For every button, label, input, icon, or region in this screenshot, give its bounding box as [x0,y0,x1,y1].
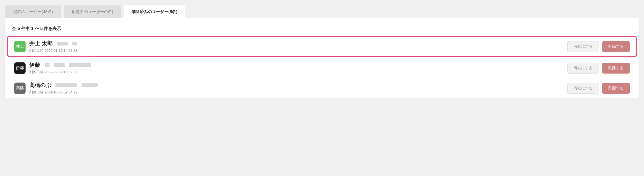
delete-button[interactable]: 削除する [602,63,630,74]
user-info: 伊藤 削除日時 2022-02-08 10:59:50 [29,61,564,75]
deleted-at: 削除日時 2022-02-08 10:59:50 [29,70,564,75]
user-name: 高橋のぶ [29,81,51,89]
delete-button[interactable]: 削除する [602,83,630,94]
redacted-text [57,42,68,45]
row-actions: 有効にする 削除する [567,83,630,94]
user-row: 高橋 高橋のぶ 削除日時 2021-10-05 09:54:22 有効にする 削… [12,78,632,98]
deleted-at: 削除日時 2024-01-16 14:52:23 [29,48,564,53]
user-info: 井上 太郎 削除日時 2024-01-16 14:52:23 [29,40,564,53]
row-actions: 有効にする 削除する [567,63,630,74]
user-management-panel: 現在のユーザー(48名) 招待中のユーザー(0名) 削除済みのユーザー(5名) … [5,5,639,98]
avatar: 井上 [14,41,26,52]
user-name: 伊藤 [29,61,40,69]
user-row: 伊藤 伊藤 削除日時 2022-02-08 10:59:50 有効にする [12,58,632,78]
enable-button[interactable]: 有効にする [567,41,599,52]
tab-invited-users[interactable]: 招待中のユーザー(0名) [64,5,121,18]
avatar: 伊藤 [14,62,26,74]
user-name: 井上 太郎 [29,40,53,47]
enable-button[interactable]: 有効にする [567,63,599,74]
deleted-at-label: 削除日時 [29,48,44,53]
deleted-at: 削除日時 2021-10-05 09:54:22 [29,90,564,95]
redacted-text [54,63,65,67]
enable-button[interactable]: 有効にする [567,83,599,94]
tab-bar: 現在のユーザー(48名) 招待中のユーザー(0名) 削除済みのユーザー(5名) [5,5,639,18]
deleted-at-value: 2022-02-08 10:59:50 [45,70,78,74]
user-name-line: 井上 太郎 [29,40,564,47]
results-summary: 全 5 件中 1 〜 5 件を表示 [12,24,632,37]
tab-current-users[interactable]: 現在のユーザー(48名) [5,5,61,18]
user-info: 高橋のぶ 削除日時 2021-10-05 09:54:22 [29,81,564,95]
delete-button[interactable]: 削除する [602,41,630,52]
redacted-text [69,63,91,67]
deleted-at-value: 2024-01-16 14:52:23 [45,48,78,53]
tab-deleted-users[interactable]: 削除済みのユーザー(5名) [124,5,185,18]
deleted-at-label: 削除日時 [29,70,44,74]
tab-content: 全 5 件中 1 〜 5 件を表示 井上 井上 太郎 削除日時 2024-01-… [5,18,639,98]
avatar: 高橋 [14,83,26,94]
user-name-line: 高橋のぶ [29,81,564,89]
user-name-line: 伊藤 [29,61,564,69]
redacted-text [82,83,98,87]
redacted-text [45,63,49,67]
redacted-text [72,42,77,45]
user-list: 井上 井上 太郎 削除日時 2024-01-16 14:52:23 有効にする … [12,37,632,98]
redacted-text [55,83,77,87]
deleted-at-label: 削除日時 [29,90,44,94]
user-row: 井上 井上 太郎 削除日時 2024-01-16 14:52:23 有効にする … [7,36,637,57]
deleted-at-value: 2021-10-05 09:54:22 [45,90,78,94]
row-actions: 有効にする 削除する [567,41,630,52]
